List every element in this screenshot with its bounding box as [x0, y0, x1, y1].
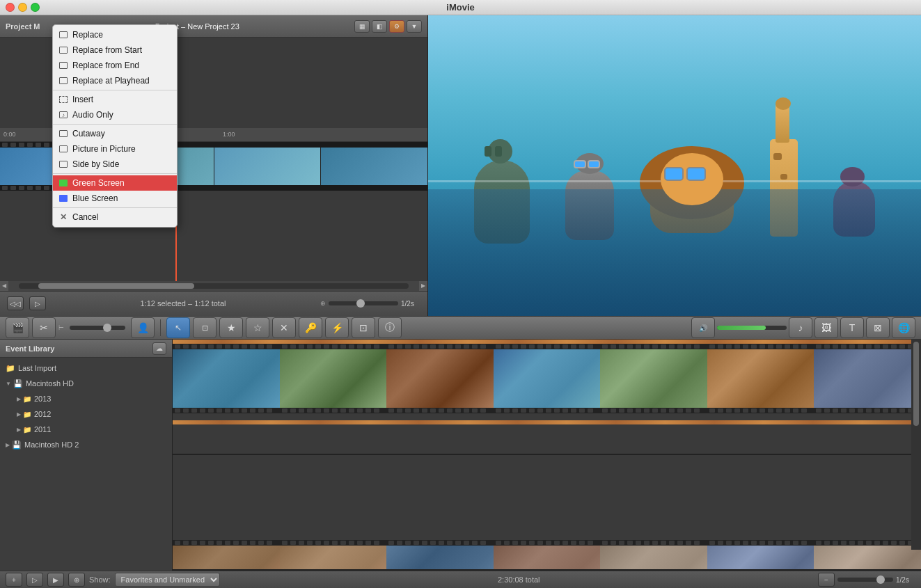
sidebar-item-2012[interactable]: ▶ 📁 2012: [0, 406, 172, 422]
h-scrollbar[interactable]: ◀ ▶: [0, 281, 427, 291]
event-clip-12[interactable]: [600, 540, 707, 571]
reject-btn[interactable]: ✕: [272, 317, 296, 338]
play-event-btn2[interactable]: ▶: [47, 573, 64, 587]
favorite-btn[interactable]: ★: [219, 317, 243, 338]
view-mode-btn1[interactable]: 🎬: [6, 317, 29, 338]
people-btn[interactable]: 👤: [131, 317, 155, 338]
audio-vol-btn[interactable]: 🔊: [691, 317, 715, 338]
event-clip-11[interactable]: [494, 540, 601, 571]
sidebar-item-macintosh-hd-2[interactable]: ▶ 💾 Macintosh HD 2: [0, 437, 172, 452]
vol-slider[interactable]: [717, 326, 787, 330]
sidebar-action-btn[interactable]: ☁: [152, 342, 166, 355]
replace-end-icon: [58, 61, 68, 70]
show-select[interactable]: Favorites and Unmarked Favorites Only Al…: [115, 573, 220, 587]
select-tool-btn[interactable]: ↖: [166, 317, 190, 338]
footer-zoom-track[interactable]: [837, 578, 893, 582]
v-scrollbar[interactable]: [911, 340, 921, 550]
sidebar-item-last-import[interactable]: 📁 Last Import: [0, 360, 172, 376]
total-display: 2:30:08 total: [224, 575, 814, 584]
event-clip-13[interactable]: [707, 540, 814, 571]
event-clip-5[interactable]: [600, 344, 707, 413]
maximize-button[interactable]: [31, 3, 40, 12]
menu-item-replace-playhead[interactable]: Replace at Playhead: [53, 73, 177, 88]
photo-btn[interactable]: 🖼: [814, 317, 838, 338]
zoom-track[interactable]: [329, 301, 398, 305]
music-btn[interactable]: ♪: [789, 317, 812, 338]
keyword-btn[interactable]: 🔑: [299, 317, 322, 338]
zoom-out-btn[interactable]: −: [818, 573, 835, 587]
event-clip-6[interactable]: [707, 344, 814, 413]
play-event-btn[interactable]: ▷: [26, 573, 43, 587]
map-btn[interactable]: 🌐: [892, 317, 915, 338]
folder-icon: 📁: [6, 364, 15, 373]
project-action-btn[interactable]: ▼: [407, 20, 422, 33]
trim-tool-btn[interactable]: ⊡: [193, 317, 217, 338]
menu-item-label: Insert: [72, 95, 93, 104]
project-label: Project M: [6, 22, 40, 31]
event-clip-4[interactable]: [494, 344, 601, 413]
time-display: 1:12 selected – 1:12 total: [52, 299, 315, 308]
event-clip-7[interactable]: [814, 344, 921, 413]
enhance-btn[interactable]: ⚡: [325, 317, 349, 338]
sidebar-item-2013[interactable]: ▶ 📁 2013: [0, 391, 172, 406]
scroll-thumb[interactable]: [38, 283, 194, 289]
arrow-down-icon: ▼: [6, 381, 11, 387]
sidebar-item-macintosh-hd[interactable]: ▼ 💾 Macintosh HD: [0, 376, 172, 391]
show-label: Show:: [89, 575, 111, 584]
menu-item-audio-only[interactable]: ♪ Audio Only: [53, 107, 177, 122]
cutaway-icon: [58, 129, 68, 138]
play-btn[interactable]: ▷: [29, 296, 46, 310]
project-settings-btn[interactable]: ⚙: [389, 20, 404, 33]
sidebar-item-2011[interactable]: ▶ 📁 2011: [0, 422, 172, 437]
zoom-thumb[interactable]: [356, 299, 365, 308]
vol-fill: [717, 326, 766, 330]
scroll-right[interactable]: ▶: [419, 281, 427, 291]
event-clip-10[interactable]: [386, 540, 494, 571]
menu-item-cancel[interactable]: ✕ Cancel: [53, 209, 177, 225]
menu-item-replace-end[interactable]: Replace from End: [53, 58, 177, 73]
zoom-event-btn[interactable]: ⊕: [68, 573, 85, 587]
transition-btn[interactable]: ⊠: [866, 317, 890, 338]
scroll-track: [19, 283, 409, 289]
sidebar-item-label: Last Import: [18, 364, 56, 372]
menu-item-label: Replace from Start: [72, 45, 142, 55]
playback-controls: ◁◁ ▷ 1:12 selected – 1:12 total ⊕ 1/2s: [0, 291, 427, 316]
project-view-btn2[interactable]: ◧: [372, 20, 387, 33]
crop-btn[interactable]: ⊡: [352, 317, 375, 338]
minimize-button[interactable]: [18, 3, 27, 12]
unfav-btn[interactable]: ☆: [246, 317, 269, 338]
close-button[interactable]: [6, 3, 15, 12]
menu-item-side-by-side[interactable]: Side by Side: [53, 157, 177, 172]
info-btn[interactable]: ⓘ: [378, 317, 402, 338]
menu-item-insert[interactable]: Insert: [53, 92, 177, 107]
menu-item-label: Audio Only: [72, 110, 113, 120]
event-clip-1[interactable]: [173, 344, 280, 413]
menu-item-replace[interactable]: Replace: [53, 27, 177, 42]
view-mode-btn2[interactable]: ✂: [32, 317, 56, 338]
menu-item-label: Replace at Playhead: [72, 76, 150, 86]
title-btn[interactable]: T: [840, 317, 864, 338]
folder-icon: 📁: [23, 395, 31, 403]
rewind-btn[interactable]: ◁◁: [7, 296, 24, 310]
event-clip-14[interactable]: [814, 540, 921, 571]
menu-item-replace-start[interactable]: Replace from Start: [53, 42, 177, 58]
menu-item-label: Cutaway: [72, 129, 105, 138]
clip-slider-track[interactable]: [70, 326, 125, 330]
menu-sep-3: [53, 173, 177, 174]
event-browser[interactable]: [173, 340, 921, 571]
event-row-1: [173, 340, 921, 455]
event-clip-8[interactable]: [173, 540, 280, 571]
add-event-btn[interactable]: +: [6, 573, 22, 587]
project-view-btn1[interactable]: ▦: [354, 20, 370, 33]
event-clip-2[interactable]: [280, 344, 387, 413]
event-clip-9[interactable]: [280, 540, 387, 571]
clip-slider-thumb[interactable]: [103, 324, 111, 332]
menu-item-blue-screen[interactable]: Blue Screen: [53, 191, 177, 206]
scroll-left[interactable]: ◀: [0, 281, 8, 291]
footer-zoom-thumb[interactable]: [876, 575, 885, 584]
v-scroll-thumb[interactable]: [913, 342, 919, 426]
menu-item-picture-in-picture[interactable]: Picture in Picture: [53, 141, 177, 157]
menu-item-cutaway[interactable]: Cutaway: [53, 126, 177, 141]
event-clip-3[interactable]: [386, 344, 494, 413]
menu-item-green-screen[interactable]: Green Screen: [53, 175, 177, 191]
